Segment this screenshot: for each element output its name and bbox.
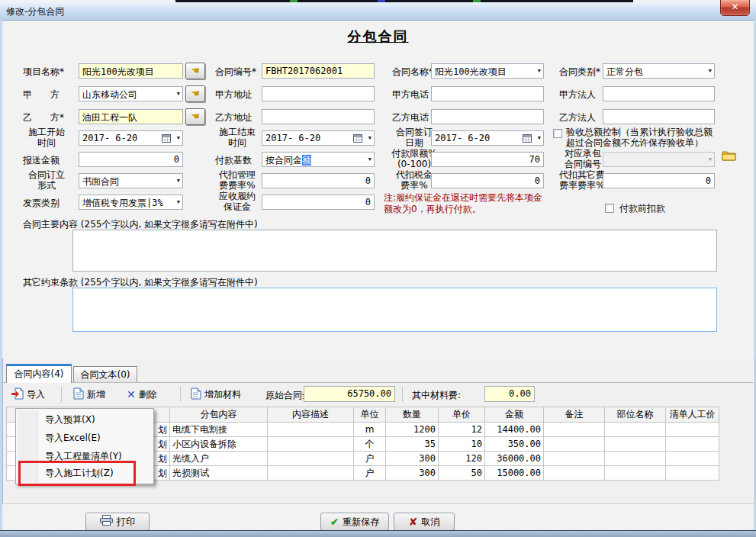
menu-item-import-boq[interactable]: 导入工程量清单(Y) <box>18 447 150 465</box>
other-terms-label: 其它约束条款 (255个字以内, 如果文字很多请写在附件中) <box>23 277 258 288</box>
project-lookup-button[interactable]: ☚ <box>185 63 205 79</box>
party-b-lookup-button[interactable]: ☚ <box>185 108 205 125</box>
party-a-addr-field[interactable] <box>262 86 375 101</box>
add-material-button[interactable]: 增加材料 <box>188 385 244 404</box>
chevron-down-icon[interactable]: ▼ <box>709 69 712 74</box>
delete-x-icon: ✕ <box>127 389 136 400</box>
party-a-legal-field[interactable] <box>603 86 715 101</box>
dialog-window: 修改-分包合同 ✕ 分包合同 项目名称* 阳光100光改项目 ☚ 合同编号* F… <box>0 0 756 537</box>
chevron-down-icon[interactable]: ▼ <box>538 136 541 141</box>
save-button[interactable]: ✔ 重新保存 <box>320 513 389 531</box>
buttonbar-divider <box>2 503 754 504</box>
contract-type-select[interactable]: 正常分包 ▼ <box>603 63 715 79</box>
import-icon <box>11 387 24 402</box>
mgmt-fee-label: 代扣管理 费费率% <box>212 169 262 191</box>
party-b-label: 乙 方* <box>23 112 64 123</box>
deposit-field[interactable]: 0 <box>262 195 375 210</box>
close-button[interactable]: ✕ <box>720 0 750 16</box>
print-label: 打印 <box>117 516 135 529</box>
start-date-picker[interactable]: 2017- 6-20 ▼ <box>79 130 183 146</box>
contract-form-label: 合同订立 形式 <box>21 169 72 191</box>
chevron-down-icon[interactable]: ▼ <box>177 178 180 184</box>
menu-item-import-budget[interactable]: 导入预算(X) <box>18 410 150 429</box>
add-row-button[interactable]: 新增 <box>70 385 108 404</box>
col-header-amount: 金额 <box>485 407 544 423</box>
party-a-value: 山东移动公司 <box>82 89 137 100</box>
orig-amount-field[interactable]: 65750.00 <box>304 386 395 402</box>
party-a-select[interactable]: 山东移动公司 ▼ <box>79 86 183 101</box>
import-button[interactable]: 导入 <box>8 385 48 404</box>
other-terms-textarea[interactable] <box>72 288 717 332</box>
payment-base-label: 付款基数 <box>215 155 252 166</box>
material-document-icon <box>191 387 201 402</box>
calendar-icon[interactable] <box>353 133 363 146</box>
end-date-picker[interactable]: 2017- 6-20 ▼ <box>262 130 375 146</box>
invoice-type-value: 增值税专用发票|3% <box>82 198 163 208</box>
new-document-icon <box>73 387 84 402</box>
toolbar-separator <box>402 387 403 402</box>
other-fee-label: 代扣其它费 费率费率% <box>555 169 609 191</box>
report-amount-field[interactable]: 0 <box>79 152 183 167</box>
folder-icon[interactable] <box>722 150 736 163</box>
delete-row-button[interactable]: ✕ 删除 <box>124 385 160 404</box>
contract-form-select[interactable]: 书面合同 ▼ <box>79 173 183 188</box>
party-b-field[interactable]: 油田工程一队 <box>79 109 183 124</box>
chevron-down-icon[interactable]: ▼ <box>177 200 180 205</box>
col-header-unit: 单位 <box>354 407 386 423</box>
tab-contract-content[interactable]: 合同内容(4) <box>6 364 72 383</box>
party-a-tel-field[interactable] <box>431 86 544 101</box>
add-material-label: 增加材料 <box>204 388 241 401</box>
material-fee-field[interactable]: 0.00 <box>484 386 535 402</box>
chevron-down-icon[interactable]: ▼ <box>368 136 372 141</box>
calendar-icon[interactable] <box>523 133 532 146</box>
print-button[interactable]: 打印 <box>85 513 150 531</box>
party-b-legal-field[interactable] <box>603 109 715 124</box>
tax-fee-field[interactable]: 0 <box>431 173 544 188</box>
end-date-value: 2017- 6-20 <box>265 133 320 143</box>
save-label: 重新保存 <box>343 516 379 529</box>
contract-form-value: 书面合同 <box>82 176 119 187</box>
chevron-down-icon[interactable]: ▼ <box>368 157 372 162</box>
tab-contract-text[interactable]: 合同文本(0) <box>73 366 137 383</box>
party-b-addr-field[interactable] <box>262 109 375 124</box>
col-header-qty: 数量 <box>386 407 439 423</box>
acceptance-total-checkbox[interactable] <box>553 129 562 138</box>
payment-base-select[interactable]: 按合同金额 ▼ <box>262 152 375 167</box>
page-title: 分包合同 <box>0 27 756 46</box>
check-icon: ✔ <box>330 516 339 527</box>
contract-name-select[interactable]: 阳光100光改项目 ▼ <box>431 63 544 79</box>
menu-item-import-excel[interactable]: 导入Excel(E) <box>18 429 150 447</box>
hand-icon: ☚ <box>191 88 200 99</box>
party-b-tel-field[interactable] <box>431 109 544 124</box>
chevron-down-icon[interactable]: ▼ <box>177 92 180 97</box>
cancel-button[interactable]: ✘ 取消 <box>394 513 455 531</box>
chevron-down-icon[interactable]: ▼ <box>177 136 180 141</box>
start-date-label: 施工开始 时间 <box>21 127 72 148</box>
sign-date-value: 2017- 6-20 <box>435 133 490 143</box>
tab-label: 合同内容(4) <box>14 368 64 379</box>
report-amount-label: 报送金额 <box>23 155 60 166</box>
calendar-icon[interactable] <box>162 133 172 146</box>
pre-deduct-label: 付款前扣款 <box>619 203 665 214</box>
acceptance-total-label: 验收总额控制（当累计执行验收总额 超过合同金额不允许保存验收单） <box>566 127 725 148</box>
dialog-border-bottom <box>0 530 756 537</box>
party-a-lookup-button[interactable]: ☚ <box>185 85 205 102</box>
contract-no-label: 合同编号* <box>215 66 256 77</box>
party-a-label: 甲 方 <box>23 89 60 100</box>
pre-deduct-checkbox[interactable] <box>605 204 614 213</box>
mgmt-fee-field[interactable]: 0 <box>262 173 375 188</box>
main-content-textarea[interactable] <box>72 230 717 272</box>
related-contract-label: 对应承包 合同编号 <box>559 148 606 169</box>
col-header-labor: 清单人工价 <box>666 407 719 423</box>
contract-no-field[interactable]: FBHT2017062001 <box>262 63 375 79</box>
chevron-down-icon[interactable]: ▼ <box>538 69 541 74</box>
payment-base-value: 按合同金 <box>265 155 302 166</box>
sign-date-picker[interactable]: 2017- 6-20 ▼ <box>431 130 544 146</box>
invoice-type-select[interactable]: 增值税专用发票|3% ▼ <box>79 195 183 210</box>
col-header-price: 单价 <box>439 407 485 423</box>
menu-item-import-construction-plan[interactable]: 导入施工计划(Z) <box>18 464 150 482</box>
other-fee-field[interactable]: 0 <box>603 173 715 188</box>
payment-limit-field[interactable]: 70 <box>431 152 544 167</box>
hand-icon: ☚ <box>191 111 200 122</box>
project-name-field[interactable]: 阳光100光改项目 <box>79 63 183 79</box>
